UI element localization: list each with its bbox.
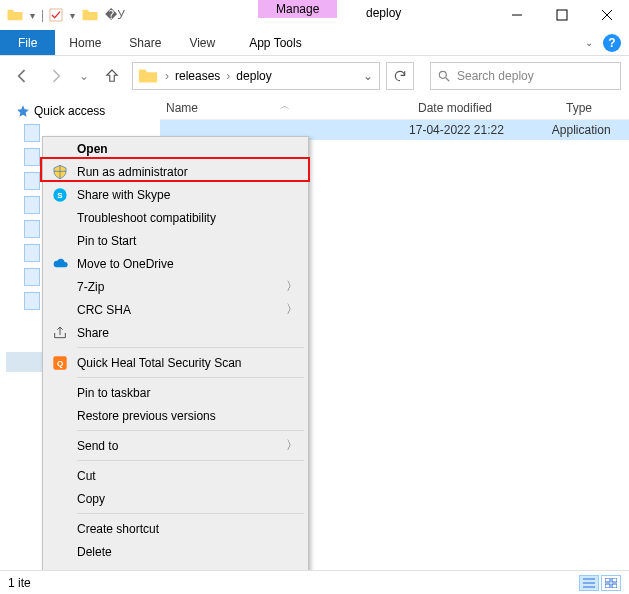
thumbnails-view-button[interactable]	[601, 575, 621, 591]
svg-rect-2	[557, 10, 567, 20]
breadcrumb-releases[interactable]: releases	[171, 69, 224, 83]
manage-contextual-tab[interactable]: Manage	[258, 0, 337, 18]
address-dropdown[interactable]: ⌄	[357, 69, 379, 83]
menu-crc-sha[interactable]: CRC SHA〉	[43, 298, 308, 321]
menu-separator	[77, 513, 304, 514]
nav-forward-button[interactable]	[42, 62, 70, 90]
submenu-arrow-icon: 〉	[286, 437, 308, 454]
column-date[interactable]: Date modified	[418, 101, 566, 115]
context-menu: Open Run as administrator S Share with S…	[42, 136, 309, 594]
menu-quickheal-scan[interactable]: Q Quick Heal Total Security Scan	[43, 351, 308, 374]
checkbox-icon[interactable]	[48, 7, 64, 23]
menu-delete[interactable]: Delete	[43, 540, 308, 563]
svg-text:S: S	[57, 190, 63, 199]
svg-rect-15	[612, 578, 617, 582]
window-title: deploy	[346, 6, 401, 20]
search-placeholder: Search deploy	[457, 69, 534, 83]
file-date-cell: 17-04-2022 21:22	[409, 123, 552, 137]
sort-indicator-icon: ︿	[280, 99, 290, 113]
folder-icon	[81, 6, 99, 24]
search-box[interactable]: Search deploy	[430, 62, 621, 90]
share-tab[interactable]: Share	[115, 30, 175, 55]
skype-icon: S	[51, 186, 69, 204]
column-name[interactable]: Name ︿	[160, 101, 418, 115]
details-view-button[interactable]	[579, 575, 599, 591]
close-button[interactable]	[584, 0, 629, 30]
file-type-cell: Application	[552, 123, 629, 137]
svg-rect-14	[605, 578, 610, 582]
home-tab[interactable]: Home	[55, 30, 115, 55]
submenu-arrow-icon: 〉	[286, 301, 308, 318]
menu-separator	[77, 377, 304, 378]
share-icon	[51, 324, 69, 342]
nav-up-button[interactable]	[98, 62, 126, 90]
nav-recent-dropdown[interactable]: ⌄	[76, 62, 92, 90]
navigation-bar: ⌄ › releases › deploy ⌄ Search deploy	[0, 56, 629, 96]
refresh-button[interactable]	[386, 62, 414, 90]
expand-ribbon-icon[interactable]: ⌄	[585, 37, 593, 48]
menu-separator	[77, 347, 304, 348]
menu-run-as-administrator[interactable]: Run as administrator	[43, 160, 308, 183]
status-bar: 1 ite	[0, 570, 629, 594]
sidebar-obscured-items	[24, 124, 40, 310]
folder-icon	[6, 6, 24, 24]
qat-dropdown[interactable]: ▾	[28, 10, 37, 21]
menu-cut[interactable]: Cut	[43, 464, 308, 487]
svg-rect-0	[50, 9, 62, 21]
help-button[interactable]: ?	[603, 34, 621, 52]
menu-pin-taskbar[interactable]: Pin to taskbar	[43, 381, 308, 404]
nav-back-button[interactable]	[8, 62, 36, 90]
address-bar[interactable]: › releases › deploy ⌄	[132, 62, 380, 90]
search-icon	[437, 69, 451, 83]
ribbon-tabs: File Home Share View App Tools ⌄ ?	[0, 30, 629, 56]
svg-text:Q: Q	[57, 359, 63, 368]
minimize-button[interactable]	[494, 0, 539, 30]
view-tab[interactable]: View	[175, 30, 229, 55]
svg-rect-16	[605, 584, 610, 588]
column-headers: Name ︿ Date modified Type	[160, 96, 629, 120]
menu-share-skype[interactable]: S Share with Skype	[43, 183, 308, 206]
file-tab[interactable]: File	[0, 30, 55, 55]
menu-create-shortcut[interactable]: Create shortcut	[43, 517, 308, 540]
folder-icon	[137, 65, 159, 87]
star-icon	[16, 104, 30, 118]
column-type[interactable]: Type	[566, 101, 626, 115]
title-bar: ▾ | ▾ �У Manage deploy	[0, 0, 629, 30]
menu-troubleshoot[interactable]: Troubleshoot compatibility	[43, 206, 308, 229]
submenu-arrow-icon: 〉	[286, 278, 308, 295]
quick-access-node[interactable]: Quick access	[16, 104, 160, 118]
menu-share[interactable]: Share	[43, 321, 308, 344]
quickheal-icon: Q	[51, 354, 69, 372]
status-item-count: 1 ite	[8, 576, 31, 590]
breadcrumb-deploy[interactable]: deploy	[232, 69, 275, 83]
onedrive-icon	[51, 255, 69, 273]
qat-dropdown-2[interactable]: ▾	[68, 10, 77, 21]
maximize-button[interactable]	[539, 0, 584, 30]
menu-move-onedrive[interactable]: Move to OneDrive	[43, 252, 308, 275]
svg-point-5	[439, 71, 446, 78]
menu-separator	[77, 430, 304, 431]
menu-separator	[77, 460, 304, 461]
quick-access-toolbar: ▾ | ▾ �У	[0, 6, 125, 24]
menu-pin-start[interactable]: Pin to Start	[43, 229, 308, 252]
app-tools-tab[interactable]: App Tools	[235, 30, 315, 55]
menu-send-to[interactable]: Send to〉	[43, 434, 308, 457]
navigation-pane: Quick access	[0, 96, 160, 118]
svg-line-6	[446, 78, 450, 82]
menu-7zip[interactable]: 7-Zip〉	[43, 275, 308, 298]
menu-copy[interactable]: Copy	[43, 487, 308, 510]
shield-icon	[51, 163, 69, 181]
menu-open[interactable]: Open	[43, 137, 308, 160]
svg-rect-17	[612, 584, 617, 588]
menu-restore-versions[interactable]: Restore previous versions	[43, 404, 308, 427]
